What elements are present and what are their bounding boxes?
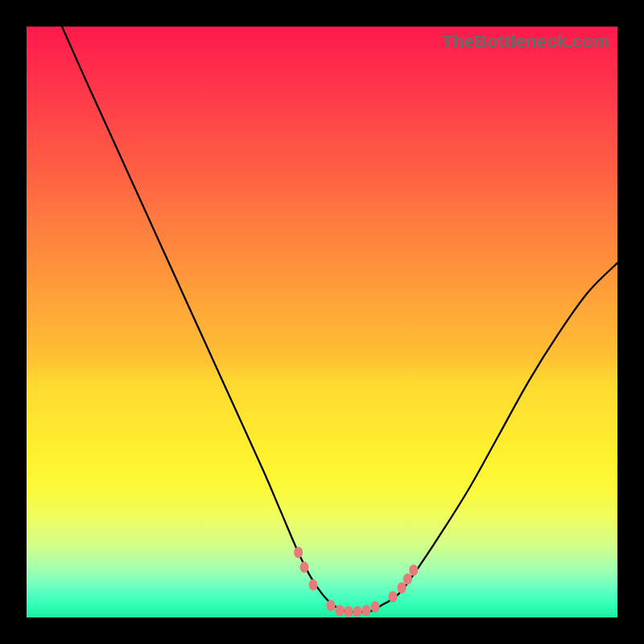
curve-marker <box>345 606 353 617</box>
marker-group <box>294 547 418 617</box>
curve-marker <box>371 601 380 613</box>
curve-layer <box>27 27 617 617</box>
curve-marker <box>353 606 362 617</box>
curve-marker <box>409 564 418 576</box>
curve-marker <box>398 582 407 593</box>
curve-marker <box>336 605 345 616</box>
curve-marker <box>327 600 336 611</box>
curve-marker <box>300 562 309 573</box>
curve-marker <box>403 573 412 584</box>
chart-frame: TheBottleneck.com <box>0 0 644 644</box>
curve-marker <box>294 547 303 558</box>
plot-area: TheBottleneck.com <box>27 27 617 617</box>
curve-marker <box>309 580 318 591</box>
curve-marker <box>362 605 371 616</box>
curve-marker <box>389 591 398 602</box>
bottleneck-curve <box>62 27 617 612</box>
